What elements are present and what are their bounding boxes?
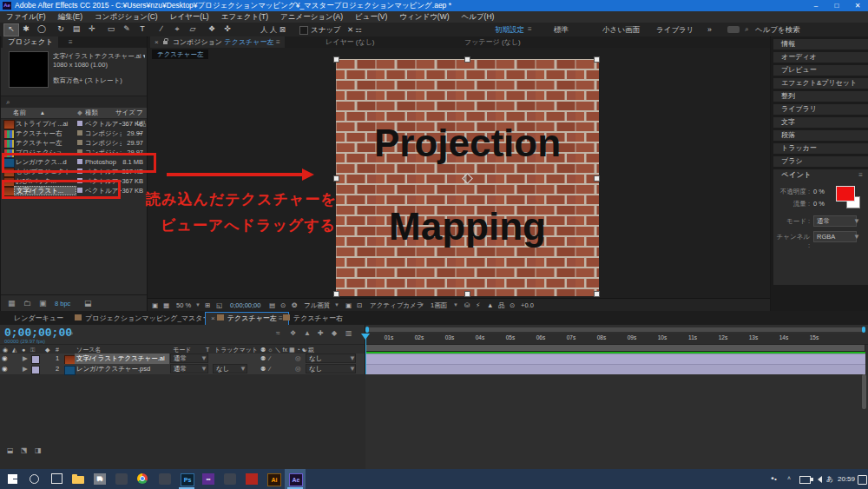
file-explorer-button[interactable] [68,469,89,489]
panel-tab-brushes[interactable]: ブラシ [773,156,868,167]
workspace-tab-standard[interactable]: 標準 [554,23,569,36]
workspace-overflow-chevron[interactable]: » [707,23,712,36]
pixel-aspect-icon[interactable]: ⛁ [464,299,470,312]
mode-select[interactable]: 通常 [813,215,857,227]
project-bit-depth[interactable]: 8 bpc [55,295,70,312]
camera-dropdown-icon[interactable]: ▼ [419,299,424,312]
project-panel-menu-icon[interactable]: ≡ [69,36,73,48]
snapshot-icon[interactable]: ▤ [269,299,275,312]
panel-tab-library[interactable]: ライブラリ [773,104,868,115]
search-icon[interactable]: ⌕ [745,23,748,36]
parent-dropdown-icon[interactable]: ▼ [349,354,356,364]
tab-close-icon[interactable]: × [155,38,159,46]
layer-bar-1[interactable] [365,354,865,364]
handle-mid-left[interactable] [333,175,339,182]
pan-behind-tool-icon[interactable]: ✛ [85,23,99,35]
selection-tool-icon[interactable]: ↖ [3,23,19,36]
minimize-button[interactable]: – [806,0,826,11]
handle-top-center[interactable] [464,56,470,63]
panel-tab-align[interactable]: 整列 [773,91,868,102]
show-snapshot-icon[interactable]: ⊙ [280,299,286,312]
mail-app-button[interactable] [220,469,240,489]
menu-view[interactable]: ビュー(V) [349,11,393,23]
zoom-dropdown-icon[interactable]: ▼ [195,299,201,312]
menu-edit[interactable]: 編集(E) [52,11,89,23]
app-button-1[interactable] [111,469,132,489]
hide-shy-layers-icon[interactable]: ▲ [304,329,311,338]
chrome-button[interactable] [133,469,154,489]
comp-navigator-breadcrumb[interactable]: テクスチャー左 [152,50,208,59]
panel-tab-effects-presets[interactable]: エフェクト&プリセット [773,78,868,89]
fast-preview-icon[interactable]: ⚡ [476,299,480,312]
zoom-tool-icon[interactable]: ◯ [35,23,49,35]
layout-dropdown-icon[interactable]: ▼ [453,299,458,312]
layer-switches[interactable]: ⚉ ∕ [260,354,270,364]
rotobrush-tool-icon[interactable]: ❖ [205,23,219,35]
close-button[interactable]: ✕ [847,0,868,11]
layer-source-name[interactable]: レンガ/テクスチャー.psd [76,364,168,374]
viewer-tab-composition[interactable]: × コンポジション テクスチャー左 ≡ [150,36,285,48]
layer-bar-2[interactable] [365,364,865,374]
exposure-icon[interactable]: ⊙ [510,299,515,312]
mode-dropdown-icon[interactable]: ▼ [201,364,207,374]
panel-tab-tracker[interactable]: トラッカー [773,143,868,154]
project-list-header[interactable]: 名前 ▴ ◆ 種類 サイズ フレー [1,108,147,119]
magnification-icon[interactable]: ▦ [163,299,169,312]
navigator-start-handle[interactable] [365,327,369,333]
mask-mode-icons[interactable]: ✕ ⚏ [347,23,362,36]
foreground-color-swatch[interactable] [836,186,855,202]
channel-icon[interactable]: ❂ [292,299,297,312]
eraser-tool-icon[interactable]: ▱ [186,23,200,35]
workspace-tab-library[interactable]: ライブラリ [656,23,694,36]
lock-icon[interactable] [163,41,168,44]
tab-render-queue[interactable]: レンダーキュー [9,313,69,325]
handle-mid-right[interactable] [594,175,600,182]
shape-tool-icon[interactable]: ▭ [104,23,118,35]
start-button[interactable] [3,469,23,489]
transparency-grid-icon[interactable]: ⊡ [357,299,362,312]
panel-tab-audio[interactable]: オーディオ [773,52,868,63]
tab-master-comp[interactable]: プロジェクションマッピング_マスター [69,313,214,325]
draft3d-icon[interactable]: ❖ [290,329,296,338]
visibility-eye-icon[interactable]: ◉ [2,364,10,374]
twirl-icon[interactable]: ▶ [23,364,28,374]
parent-pickwhip-icon[interactable]: ◎ [295,354,301,364]
resolution-select[interactable]: フル画質 [304,299,330,312]
viewer-tab-footage[interactable]: フッテージ (なし) [464,36,521,48]
tray-volume-icon[interactable] [818,476,822,483]
roi-icon[interactable]: ▣ [345,299,352,312]
time-navigator-bar[interactable] [366,327,865,332]
matte-dropdown-icon[interactable]: ▼ [240,364,247,374]
task-view-button[interactable] [46,469,67,489]
menu-animation[interactable]: アニメーション(A) [274,11,349,23]
handle-bottom-center[interactable] [464,291,470,297]
viewer-panel-menu-icon[interactable]: ≡ [276,38,280,46]
panel-tab-character[interactable]: 文字 [773,117,868,128]
opacity-value[interactable]: 0 % [813,188,825,195]
mask-visibility-icon[interactable]: ◱ [216,299,222,312]
hand-tool-icon[interactable]: ✱ [19,23,33,35]
layer-source-name[interactable]: 文字/イラストテクスチャー.ai [75,354,169,364]
handle-top-left[interactable] [333,56,339,63]
type-tool-icon[interactable]: T [135,23,149,35]
project-tab[interactable]: プロジェクト [3,36,58,48]
resolution-dropdown-icon[interactable]: ▼ [334,299,339,312]
action-center-icon[interactable] [858,475,867,485]
composition-canvas[interactable]: Projection Mapping [336,59,599,296]
workspace-menu-icon[interactable]: ≡ [528,23,532,36]
timeline-jump-icon[interactable]: ▲ [487,299,493,312]
trash-icon[interactable]: ⬓ [84,299,92,308]
view-layout-select[interactable]: 1画面 [431,299,447,312]
new-folder-icon[interactable]: 🗀 [23,299,31,308]
expand-layer-switches-icon[interactable]: ⬓ [7,446,14,455]
tray-network-icon[interactable] [799,476,811,484]
handle-top-right[interactable] [594,56,600,63]
camera-select[interactable]: アクティブカメラ [370,299,423,312]
tab-texture-left[interactable]: × テクスチャー左 ≡ [205,312,289,325]
tray-chevron-icon[interactable]: ＾ [786,469,792,489]
stamp-tool-icon[interactable]: ⌖ [170,23,184,35]
parent-pickwhip-icon[interactable]: ◎ [295,364,301,374]
help-search-input[interactable]: ヘルプを検索 [755,23,800,36]
viewer-timecode[interactable]: 0;00;00;00 [230,299,260,312]
project-search-row[interactable]: ⌕ [1,96,147,109]
